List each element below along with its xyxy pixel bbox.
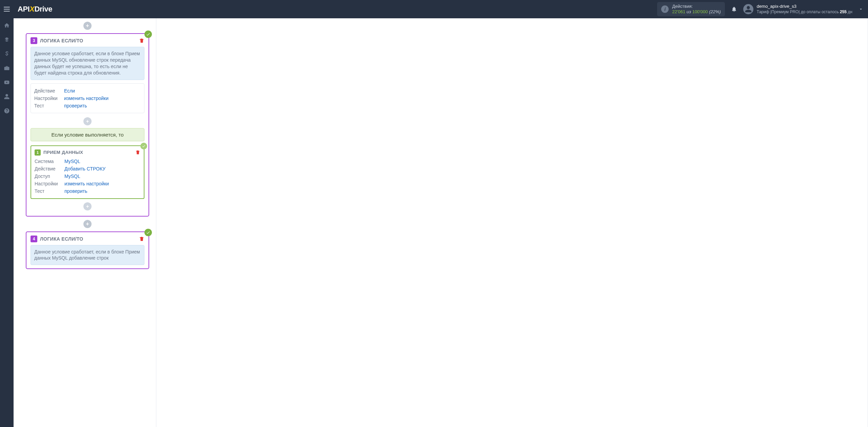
sidebar-item-home[interactable] <box>0 18 14 33</box>
row-label: Тест <box>35 188 64 194</box>
topbar: APIXDrive i Действия: 22'061 из 100'000 … <box>0 0 868 18</box>
subblock-receive-data: 1 ПРИЕМ ДАННЫХ СистемаMySQL ДействиеДоба… <box>31 145 144 199</box>
sidebar-item-money[interactable] <box>0 47 14 61</box>
logic-block-3: 3 ЛОГИКА ЕСЛИ/ТО Данное условие сработае… <box>26 33 149 217</box>
add-step-button[interactable]: + <box>83 22 92 30</box>
sidebar-item-user[interactable] <box>0 89 14 104</box>
row-label: Настройки <box>35 181 64 186</box>
row-value-test[interactable]: проверить <box>64 103 87 108</box>
check-icon <box>144 229 152 236</box>
row-value-action[interactable]: Добавить СТРОКУ <box>64 166 105 171</box>
step-number: 1 <box>35 149 41 156</box>
row-value-action[interactable]: Если <box>64 88 75 94</box>
add-inner-button[interactable]: + <box>83 202 92 210</box>
sidebar-item-help[interactable] <box>0 104 14 118</box>
block-body: ДействиеЕсли Настройкиизменить настройки… <box>31 83 144 113</box>
row-label: Действие <box>35 166 64 171</box>
menu-icon[interactable] <box>0 2 14 16</box>
actions-counter[interactable]: i Действия: 22'061 из 100'000 (22%) <box>657 2 725 16</box>
check-icon <box>144 30 152 38</box>
row-label: Тест <box>34 103 64 108</box>
page: + 3 ЛОГИКА ЕСЛИ/ТО Данное условие сработ… <box>14 18 868 427</box>
block-info: Данное условие сработает, если в блоке П… <box>31 47 144 80</box>
row-label: Доступ <box>35 174 64 179</box>
main-content <box>156 18 868 427</box>
sidebar-item-org[interactable] <box>0 33 14 47</box>
row-value-access[interactable]: MySQL <box>64 174 80 179</box>
info-icon: i <box>661 5 669 13</box>
row-value-test[interactable]: проверить <box>64 188 87 194</box>
logo[interactable]: APIXDrive <box>18 5 52 14</box>
username: demo_apix-drive_s3 <box>757 4 852 9</box>
tariff-info: Тариф |Премиум PRO| до оплаты осталось 2… <box>757 9 852 15</box>
step-number: 3 <box>31 37 37 44</box>
user-menu[interactable]: demo_apix-drive_s3 Тариф |Премиум PRO| д… <box>743 4 863 14</box>
row-label: Действие <box>34 88 64 94</box>
actions-label: Действия: <box>672 4 721 9</box>
trash-icon[interactable] <box>135 150 140 155</box>
actions-count: 22'061 <box>672 9 685 14</box>
flow-column: + 3 ЛОГИКА ЕСЛИ/ТО Данное условие сработ… <box>14 18 156 427</box>
trash-icon[interactable] <box>139 38 144 43</box>
avatar-icon <box>743 4 753 14</box>
sidebar <box>0 18 14 427</box>
block-title: ПРИЕМ ДАННЫХ <box>43 150 83 155</box>
add-inner-button[interactable]: + <box>83 117 92 125</box>
row-value-settings[interactable]: изменить настройки <box>64 181 109 186</box>
sidebar-item-briefcase[interactable] <box>0 61 14 75</box>
block-info: Данное условие сработает, если в блоке П… <box>31 245 144 265</box>
block-title: ЛОГИКА ЕСЛИ/ТО <box>40 38 83 43</box>
logic-block-4: 4 ЛОГИКА ЕСЛИ/ТО Данное условие сработае… <box>26 231 149 269</box>
trash-icon[interactable] <box>139 236 144 242</box>
add-step-button[interactable]: + <box>83 220 92 228</box>
row-value-settings[interactable]: изменить настройки <box>64 96 108 101</box>
bell-icon[interactable] <box>731 6 737 12</box>
row-label: Система <box>35 159 64 164</box>
row-value-system[interactable]: MySQL <box>64 159 80 164</box>
row-label: Настройки <box>34 96 64 101</box>
step-number: 4 <box>31 236 37 242</box>
if-true-label: Если условие выполняется, то <box>31 128 144 141</box>
check-icon <box>140 143 147 149</box>
sidebar-item-youtube[interactable] <box>0 75 14 89</box>
chevron-down-icon <box>859 7 863 12</box>
block-title: ЛОГИКА ЕСЛИ/ТО <box>40 236 83 242</box>
